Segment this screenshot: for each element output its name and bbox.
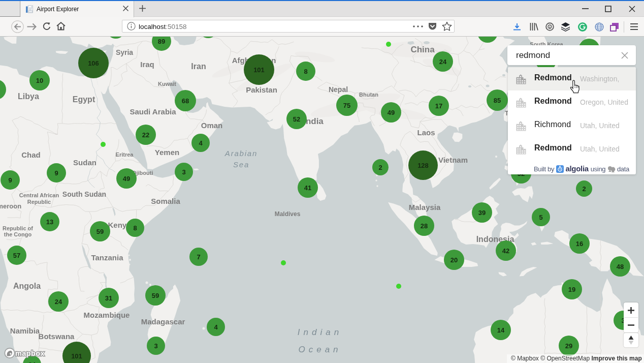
svg-text:2: 2 xyxy=(582,185,586,193)
svg-text:Somalia: Somalia xyxy=(151,197,180,205)
svg-text:24: 24 xyxy=(55,298,62,306)
svg-text:Chad: Chad xyxy=(21,150,41,159)
svg-text:Maldives: Maldives xyxy=(275,210,301,218)
svg-text:Syria: Syria xyxy=(116,48,133,56)
svg-text:South Sudan: South Sudan xyxy=(62,190,106,198)
svg-text:9: 9 xyxy=(8,176,12,184)
svg-text:Republic of: Republic of xyxy=(3,225,33,231)
svg-text:the Congo: the Congo xyxy=(4,231,32,237)
svg-text:24: 24 xyxy=(28,361,36,363)
svg-text:52: 52 xyxy=(293,115,300,123)
svg-text:10: 10 xyxy=(36,77,43,84)
svg-text:Pakistan: Pakistan xyxy=(246,85,277,94)
svg-text:101: 101 xyxy=(253,66,265,74)
svg-text:Indian: Indian xyxy=(298,327,342,337)
svg-text:Madagascar: Madagascar xyxy=(141,317,185,326)
svg-text:29: 29 xyxy=(565,342,572,350)
svg-text:39: 39 xyxy=(478,209,486,217)
svg-text:7: 7 xyxy=(197,253,200,261)
svg-text:8: 8 xyxy=(304,68,307,75)
svg-text:41: 41 xyxy=(304,184,311,192)
svg-text:5: 5 xyxy=(539,214,542,221)
svg-text:Mozambique: Mozambique xyxy=(84,311,130,319)
svg-text:Arabian: Arabian xyxy=(224,149,257,158)
svg-text:Vietnam: Vietnam xyxy=(438,156,468,164)
svg-text:4: 4 xyxy=(214,323,218,331)
svg-text:Kuwait: Kuwait xyxy=(158,81,176,87)
svg-text:China: China xyxy=(410,45,435,54)
svg-text:Cameroon: Cameroon xyxy=(0,202,21,210)
svg-text:42: 42 xyxy=(502,247,509,255)
svg-text:16: 16 xyxy=(576,240,583,248)
svg-text:Libya: Libya xyxy=(18,92,39,101)
svg-text:22: 22 xyxy=(142,131,149,139)
svg-text:3: 3 xyxy=(182,168,185,176)
svg-text:49: 49 xyxy=(123,175,130,183)
svg-text:4: 4 xyxy=(199,139,203,147)
svg-text:19: 19 xyxy=(568,286,575,293)
svg-text:28: 28 xyxy=(421,222,428,230)
svg-text:24: 24 xyxy=(439,58,447,66)
svg-text:9: 9 xyxy=(54,169,58,177)
svg-text:Namibia: Namibia xyxy=(10,326,40,335)
svg-text:2: 2 xyxy=(378,164,382,171)
svg-text:48: 48 xyxy=(617,263,624,270)
svg-text:Sea: Sea xyxy=(233,160,249,169)
svg-text:49: 49 xyxy=(388,109,395,116)
svg-text:Central African: Central African xyxy=(19,192,59,198)
svg-text:59: 59 xyxy=(96,228,104,235)
svg-text:85: 85 xyxy=(494,97,501,104)
svg-text:Oman: Oman xyxy=(201,121,223,130)
svg-text:20: 20 xyxy=(450,256,458,264)
svg-text:59: 59 xyxy=(152,292,159,299)
svg-text:Saudi Arabia: Saudi Arabia xyxy=(130,107,176,116)
svg-text:57: 57 xyxy=(13,252,20,259)
svg-text:Bhutan: Bhutan xyxy=(359,92,378,98)
svg-text:17: 17 xyxy=(435,102,442,110)
svg-text:Angola: Angola xyxy=(13,282,41,290)
svg-text:106: 106 xyxy=(88,59,99,67)
svg-text:Eritrea: Eritrea xyxy=(116,152,134,158)
svg-text:Tanzania: Tanzania xyxy=(91,253,123,262)
svg-text:128: 128 xyxy=(417,162,429,169)
svg-text:Iran: Iran xyxy=(191,62,206,71)
svg-text:Botswana: Botswana xyxy=(39,332,75,341)
svg-text:Ocean: Ocean xyxy=(298,345,341,354)
svg-text:89: 89 xyxy=(158,38,165,45)
svg-text:14: 14 xyxy=(497,326,505,334)
svg-text:3: 3 xyxy=(154,342,157,350)
svg-text:101: 101 xyxy=(71,352,82,360)
svg-text:68: 68 xyxy=(182,97,189,105)
svg-text:8: 8 xyxy=(133,224,137,232)
svg-text:13: 13 xyxy=(46,218,53,226)
svg-text:Nepal: Nepal xyxy=(329,85,348,94)
svg-text:Yemen: Yemen xyxy=(155,148,179,157)
svg-text:31: 31 xyxy=(105,294,112,302)
svg-text:Malaysia: Malaysia xyxy=(409,203,441,211)
svg-text:75: 75 xyxy=(343,102,350,109)
svg-text:mapbox: mapbox xyxy=(15,349,45,357)
svg-text:Republic: Republic xyxy=(27,199,51,205)
svg-text:Sudan: Sudan xyxy=(73,158,96,167)
svg-text:Iraq: Iraq xyxy=(140,60,154,69)
svg-text:Laos: Laos xyxy=(417,128,435,137)
svg-text:Egypt: Egypt xyxy=(73,95,95,104)
